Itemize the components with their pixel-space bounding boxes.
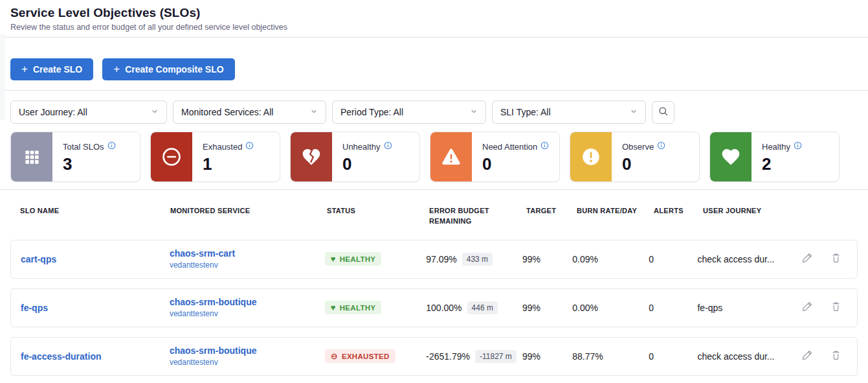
page-title: Service Level Objectives (SLOs) <box>10 6 858 20</box>
delete-button[interactable] <box>829 348 843 364</box>
info-icon[interactable] <box>384 141 392 152</box>
status-label: HEALTHY <box>340 255 376 263</box>
alerts-count: 0 <box>649 351 654 362</box>
page-header: Service Level Objectives (SLOs) Review t… <box>0 0 868 38</box>
monitored-services-filter-value: Monitored Services: All <box>181 107 273 117</box>
table-row[interactable]: cart-qps chaos-srm-cart vedanttestenv ♥ … <box>10 240 858 279</box>
grid-icon <box>11 132 52 181</box>
slo-name-link[interactable]: fe-qps <box>21 303 48 313</box>
target-value: 99% <box>522 254 540 264</box>
stat-label: Need Attention <box>482 142 537 152</box>
environment-link[interactable]: vedanttestenv <box>170 309 325 318</box>
stat-card-unhealthy[interactable]: Unhealthy 0 <box>290 132 420 182</box>
search-icon <box>658 106 669 119</box>
sli-type-filter[interactable]: SLI Type: All <box>492 100 646 124</box>
column-header-monitored-service: MONITORED SERVICE <box>170 206 327 227</box>
stat-card-observe[interactable]: Observe 0 <box>570 132 700 182</box>
slo-name-link[interactable]: cart-qps <box>21 254 56 264</box>
column-header-alerts: ALERTS <box>654 206 703 227</box>
stat-label: Exhausted <box>203 142 242 152</box>
sli-type-filter-value: SLI Type: All <box>500 107 551 117</box>
table-row[interactable]: fe-access-duration chaos-srm-boutique ve… <box>10 337 858 376</box>
info-icon[interactable] <box>794 141 802 152</box>
monitored-service-link[interactable]: chaos-srm-cart <box>170 248 325 259</box>
toolbar: + Create SLO + Create Composite SLO <box>0 38 868 91</box>
delete-button[interactable] <box>829 251 843 267</box>
status-badge: ♥ HEALTHY <box>325 252 382 266</box>
user-journey-value: check access dur... <box>697 254 774 264</box>
user-journey-value: fe-qps <box>697 303 722 313</box>
stat-card-total-slos[interactable]: Total SLOs 3 <box>10 132 140 182</box>
filter-bar: User Journey: All Monitored Services: Al… <box>0 91 868 124</box>
exclamation-circle-icon <box>570 132 612 181</box>
edit-button[interactable] <box>800 251 814 267</box>
column-header-error-budget: ERROR BUDGET REMAINING <box>429 206 526 227</box>
trash-icon <box>830 301 841 314</box>
column-header-slo-name: SLO NAME <box>20 206 170 227</box>
error-budget-percent: -2651.79% <box>426 351 470 362</box>
monitored-service-link[interactable]: chaos-srm-boutique <box>170 345 325 356</box>
status-badge: ⊖ EXHAUSTED <box>325 349 395 363</box>
stat-label: Total SLOs <box>63 142 104 152</box>
error-budget-percent: 100.00% <box>426 303 462 313</box>
stat-value: 0 <box>342 154 392 174</box>
edit-button[interactable] <box>800 299 814 316</box>
edit-button[interactable] <box>800 348 814 364</box>
status-badge: ♥ HEALTHY <box>325 301 382 314</box>
info-icon[interactable] <box>245 141 254 152</box>
status-label: HEALTHY <box>340 304 376 312</box>
info-icon[interactable] <box>540 141 549 152</box>
stat-value: 2 <box>762 154 802 174</box>
stat-value: 0 <box>482 154 549 174</box>
error-budget-minutes-chip: 446 m <box>467 301 498 314</box>
target-value: 99% <box>522 351 540 362</box>
stat-label: Observe <box>622 142 654 152</box>
pencil-icon <box>801 252 813 266</box>
search-button[interactable] <box>652 101 674 124</box>
pencil-icon <box>801 349 813 363</box>
create-composite-slo-button[interactable]: + Create Composite SLO <box>102 58 234 80</box>
period-type-filter-value: Period Type: All <box>340 107 403 117</box>
create-slo-button[interactable]: + Create SLO <box>10 58 93 80</box>
trash-icon <box>830 349 841 363</box>
environment-link[interactable]: vedanttestenv <box>170 358 325 367</box>
burn-rate-value: 0.00% <box>572 303 598 313</box>
slo-name-link[interactable]: fe-access-duration <box>21 351 101 362</box>
column-header-burn-rate: BURN RATE/DAY <box>577 206 654 227</box>
table-header-row: SLO NAME MONITORED SERVICE STATUS ERROR … <box>10 196 858 227</box>
column-header-actions <box>807 206 858 227</box>
stat-value: 3 <box>63 154 116 174</box>
table-row[interactable]: fe-qps chaos-srm-boutique vedanttestenv … <box>10 288 858 327</box>
period-type-filter[interactable]: Period Type: All <box>332 100 486 124</box>
monitored-service-link[interactable]: chaos-srm-boutique <box>170 297 325 307</box>
healthy-heart-icon: ♥ <box>331 255 336 263</box>
error-budget-minutes-chip: -11827 m <box>475 350 517 363</box>
stat-card-exhausted[interactable]: Exhausted 1 <box>150 132 280 182</box>
stat-card-healthy[interactable]: Healthy 2 <box>709 132 840 182</box>
delete-button[interactable] <box>829 299 843 316</box>
minus-circle-icon: ⊖ <box>331 352 338 360</box>
stat-card-need-attention[interactable]: Need Attention 0 <box>430 132 560 182</box>
alerts-count: 0 <box>649 303 654 313</box>
column-header-status: STATUS <box>327 206 429 227</box>
monitored-services-filter[interactable]: Monitored Services: All <box>173 100 326 124</box>
trash-icon <box>830 252 841 266</box>
broken-heart-icon <box>291 132 332 181</box>
column-header-target: TARGET <box>526 206 577 227</box>
healthy-heart-icon: ♥ <box>331 303 336 312</box>
alerts-count: 0 <box>649 254 654 264</box>
info-icon[interactable] <box>657 141 665 152</box>
status-label: EXHAUSTED <box>342 353 390 360</box>
burn-rate-value: 88.77% <box>572 351 603 362</box>
environment-link[interactable]: vedanttestenv <box>170 261 325 270</box>
stat-label: Unhealthy <box>342 142 381 152</box>
plus-icon: + <box>113 64 120 75</box>
target-value: 99% <box>522 303 540 313</box>
stat-value: 0 <box>622 154 665 174</box>
page-subtitle: Review the status and error budget of al… <box>10 23 858 32</box>
info-icon[interactable] <box>107 141 116 152</box>
stat-value: 1 <box>203 154 254 174</box>
minus-circle-icon <box>151 132 192 181</box>
chevron-down-icon <box>630 107 638 117</box>
user-journey-filter[interactable]: User Journey: All <box>10 100 167 124</box>
